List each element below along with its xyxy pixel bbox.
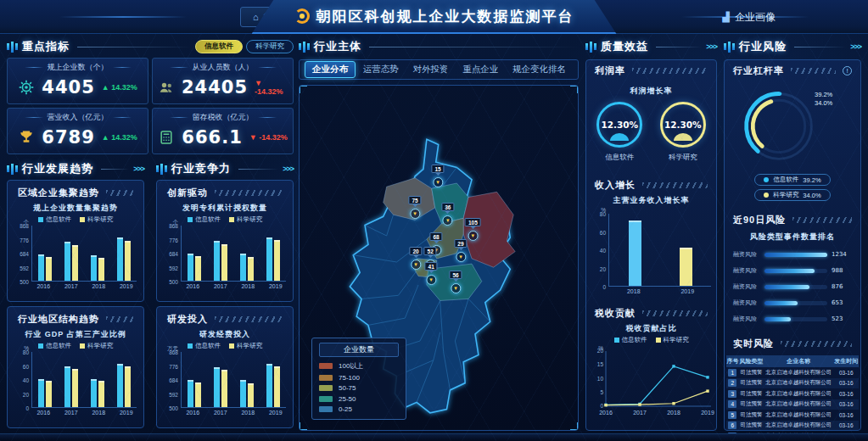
map-pin[interactable]: 75▾ [408,196,421,219]
profit-chart-title: 利润增长率 [588,86,714,97]
nav-enterprise-profile[interactable]: ▟ 企业画像 [711,7,787,27]
table-cell: 03-16 [833,399,859,410]
tax-contribution-title: 税收贡献 [595,307,636,320]
map-pin-value: 15 [431,165,444,173]
tab-企业分布[interactable]: 企业分布 [305,61,356,78]
map-pin[interactable]: 15▾ [431,165,444,187]
section-accent-icon [156,164,167,175]
bar-group [91,352,104,407]
kpi-toggle-信息软件[interactable]: 信息软件 [195,40,243,53]
platform-logo-icon [294,8,310,24]
axis-tick: 40 [600,248,606,254]
quality-more-button[interactable]: >>> [706,42,717,51]
bar [195,382,201,407]
table-cell: 北京启迪卓越科技有限公司 [764,378,833,389]
table-row[interactable]: 2司法预警北京启迪卓越科技有限公司03-16 [726,378,859,389]
trend-section-header: 行业发展趋势 >>> [7,161,144,176]
axis-tick: 20 [600,265,606,271]
table-cell: 司法预警 [739,378,764,389]
competitiveness-more-button[interactable]: >>> [283,165,294,173]
gdp-share-chart: 行业 GDP 占第三产业比例信息软件科学研究%02040608020162017… [11,329,140,416]
legend-swatch [319,396,333,402]
table-row[interactable]: 3司法预警北京启迪卓越科技有限公司03-16 [726,388,859,399]
info-icon[interactable]: ! [843,66,852,75]
tab-规企变化排名[interactable]: 规企变化排名 [506,62,573,77]
axis-label: 2016 [179,283,207,289]
leverage-legend-pill: 信息软件39.2% [754,174,830,186]
kpi-delta: ▲ 14.32% [102,133,137,142]
risk-rank-bar [764,301,798,305]
legend-name: 信息软件 [773,176,798,184]
table-row[interactable]: 5司法预警北京启迪卓越科技有限公司03-16 [726,410,859,421]
map-pin[interactable]: 56▾ [449,271,462,293]
risk-rank-row: 融资风险876 [726,282,859,291]
axis-tick: 776 [169,237,178,243]
x-axis: 2016201720182019 [30,282,140,289]
table-cell: 03-16 [833,410,859,421]
bar [274,366,280,407]
map-legend: 企业数量 100以上75-10050-7525-500-25 [311,338,406,420]
bar [72,245,78,281]
kpi-card-label: 营业收入（亿元） [13,112,143,123]
trend-more-button[interactable]: >>> [133,165,144,173]
table-row[interactable]: 1司法预警北京启迪卓越科技有限公司03-16 [726,367,859,378]
tab-重点企业[interactable]: 重点企业 [456,62,505,77]
kpi-value: 24405 [182,77,248,98]
quality-section-header: 质量效益 >>> [585,39,717,54]
table-cell: 司法预警 [739,388,764,399]
risk-rank-bar [764,253,827,257]
axis-label: 2017 [58,410,86,416]
tab-对外投资[interactable]: 对外投资 [406,62,456,77]
table-cell: 北京启迪卓越科技有限公司 [764,421,833,432]
risk-rank-value: 988 [832,267,852,274]
bar [214,241,220,281]
axis-tick: 40 [23,377,29,383]
leverage-title: 行业杠杆率 [733,64,784,77]
quality-title: 质量效益 [601,39,648,54]
axis-tick: 684 [20,251,29,257]
chart-legend: 信息软件科学研究 [160,342,289,350]
risk-rank-track [764,285,827,289]
chart-title: 主营业务收入增长率 [588,195,714,206]
axis-label: 2017 [207,410,235,416]
profit-gauge: 12.30%科学研究 [660,102,706,163]
risk-rank-bar [764,317,791,321]
map-pin-marker-icon: ▾ [443,215,453,226]
kpi-toggle-科学研究[interactable]: 科学研究 [246,40,294,53]
profit-gauges: 12.30%信息软件12.30%科学研究 [588,102,714,163]
map-pin[interactable]: 36▾ [441,203,454,226]
axis-tick: 592 [169,265,178,271]
tab-运营态势[interactable]: 运营态势 [356,62,406,77]
legend-label: 0-25 [339,405,352,413]
bar-group [64,226,78,281]
svg-text:2019: 2019 [701,410,714,416]
calc-icon [158,129,175,146]
bar-group [117,226,131,281]
map-pin[interactable]: 29▾ [454,239,467,262]
table-row[interactable]: 4司法预警北京启迪卓越科技有限公司03-16 [726,399,859,410]
table-row[interactable]: 6司法预警北京启迪卓越科技有限公司03-16 [726,421,859,432]
bar-group [680,214,692,286]
legend-dot [764,193,769,198]
chart-legend-item: 信息软件 [38,342,71,350]
kpi-card: 规上企业数（个）4405▲ 14.32% [7,58,148,104]
map-pin-marker-icon: ▾ [433,177,443,187]
dashboard: ⌂ 行业概览 朝阳区科创规上企业大数据监测平台 ▟ 企业画像 重点指标 信息软件… [0,0,868,441]
axis-label: 2018 [234,283,262,289]
risk-section-header: 行业风险 >>> [724,39,861,54]
risk-rank-track [764,317,827,321]
risk-more-button[interactable]: >>> [850,42,861,51]
axis-label: 2019 [113,283,141,289]
map-pin[interactable]: 20▾ [409,247,422,270]
x-axis: 20182019 [607,287,714,294]
bar [629,220,641,286]
plot-area [181,352,286,408]
map-pin[interactable]: 105▾ [465,218,481,241]
cluster-trend-panel-title: 区域企业集聚趋势 [18,187,99,199]
risk-rank-label: 融资风险 [733,266,760,275]
legend-label: 25-50 [339,395,356,403]
chart-legend-item: 科学研究 [229,215,262,224]
map-pin[interactable]: 41▾ [425,262,438,285]
table-cell: 司法预警 [739,367,764,378]
axis-tick: 868 [20,223,29,229]
